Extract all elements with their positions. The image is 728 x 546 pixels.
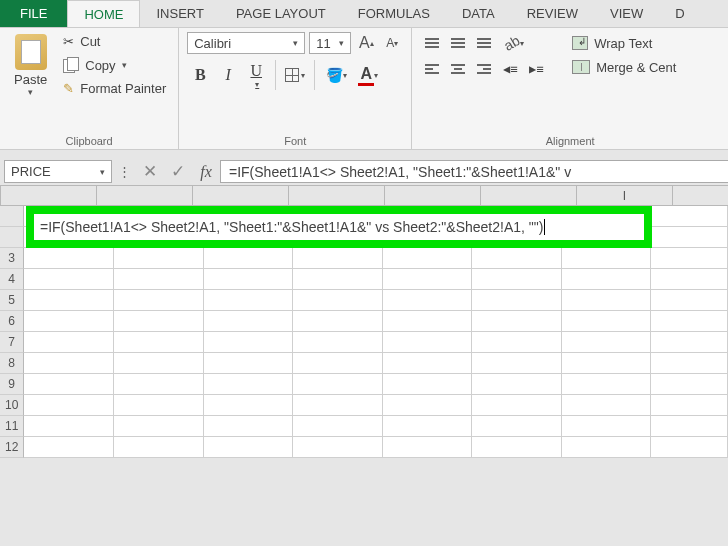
cell[interactable] [24, 353, 114, 374]
cell[interactable] [651, 290, 728, 311]
cell[interactable] [472, 290, 562, 311]
cell[interactable] [383, 332, 473, 353]
merge-center-button[interactable]: Merge & Cent [568, 56, 680, 78]
cell[interactable] [562, 269, 652, 290]
cell[interactable] [204, 395, 294, 416]
cell[interactable] [651, 353, 728, 374]
row-header[interactable]: 10 [0, 395, 24, 416]
cell[interactable] [204, 332, 294, 353]
cell[interactable] [472, 311, 562, 332]
cell[interactable] [472, 353, 562, 374]
row-header[interactable]: 9 [0, 374, 24, 395]
paste-button[interactable]: Paste ▾ [8, 32, 53, 133]
cell[interactable] [562, 332, 652, 353]
cell[interactable] [293, 353, 383, 374]
cell[interactable] [114, 437, 204, 458]
tab-insert[interactable]: INSERT [140, 0, 219, 27]
cell[interactable] [651, 416, 728, 437]
cell[interactable] [24, 311, 114, 332]
cell[interactable] [293, 311, 383, 332]
decrease-indent-button[interactable]: ◀≡ [498, 58, 522, 80]
cut-button[interactable]: ✂ Cut [59, 32, 170, 51]
format-painter-button[interactable]: ✎ Format Painter [59, 79, 170, 98]
cell[interactable] [383, 311, 473, 332]
cell[interactable] [204, 269, 294, 290]
cell[interactable] [651, 206, 728, 227]
row-header[interactable]: 8 [0, 353, 24, 374]
column-header[interactable] [1, 186, 97, 206]
row-header[interactable]: 3 [0, 248, 24, 269]
cell[interactable] [24, 395, 114, 416]
align-right-button[interactable] [472, 58, 496, 80]
cell[interactable] [24, 374, 114, 395]
shrink-font-button[interactable]: A▾ [381, 32, 403, 54]
cancel-formula-button[interactable]: ✕ [136, 158, 164, 185]
cell[interactable] [383, 374, 473, 395]
font-color-button[interactable]: A▾ [353, 58, 383, 92]
cell[interactable] [562, 248, 652, 269]
cell[interactable] [383, 416, 473, 437]
align-middle-button[interactable] [446, 32, 470, 54]
cell[interactable] [204, 437, 294, 458]
cell[interactable] [293, 395, 383, 416]
cell[interactable] [204, 248, 294, 269]
cell[interactable] [24, 437, 114, 458]
cell[interactable] [562, 311, 652, 332]
borders-button[interactable]: ▾ [282, 58, 308, 92]
fill-color-button[interactable]: 🪣▾ [321, 58, 351, 92]
cell[interactable] [651, 332, 728, 353]
cell[interactable] [562, 374, 652, 395]
row-header[interactable]: 12 [0, 437, 24, 458]
italic-button[interactable]: I [215, 58, 241, 92]
tab-formulas[interactable]: FORMULAS [342, 0, 446, 27]
align-left-button[interactable] [420, 58, 444, 80]
column-header[interactable] [385, 186, 481, 206]
row-header[interactable]: 4 [0, 269, 24, 290]
increase-indent-button[interactable]: ▶≡ [524, 58, 548, 80]
cell[interactable] [562, 353, 652, 374]
column-header[interactable] [673, 186, 728, 206]
cell[interactable] [293, 332, 383, 353]
tab-data[interactable]: DATA [446, 0, 511, 27]
row-header[interactable]: 7 [0, 332, 24, 353]
cell[interactable] [293, 437, 383, 458]
cell[interactable] [204, 290, 294, 311]
cell[interactable] [562, 395, 652, 416]
tab-file[interactable]: FILE [0, 0, 67, 27]
insert-function-button[interactable]: fx [192, 158, 220, 185]
underline-button[interactable]: U▾ [243, 58, 269, 92]
cell[interactable] [383, 437, 473, 458]
grow-font-button[interactable]: A▴ [355, 32, 377, 54]
tab-page-layout[interactable]: PAGE LAYOUT [220, 0, 342, 27]
column-header[interactable] [481, 186, 577, 206]
cell[interactable] [114, 311, 204, 332]
cell[interactable] [383, 269, 473, 290]
cell[interactable] [114, 395, 204, 416]
column-header[interactable] [289, 186, 385, 206]
cell[interactable] [651, 437, 728, 458]
tab-home[interactable]: HOME [67, 0, 140, 27]
cell[interactable] [114, 374, 204, 395]
cell[interactable] [383, 395, 473, 416]
worksheet-grid[interactable]: I 3456789101112 =IF(Sheet1!A1<> Sheet2!A… [0, 186, 728, 458]
cell[interactable] [383, 290, 473, 311]
cell[interactable] [651, 227, 728, 248]
cell[interactable] [651, 248, 728, 269]
cell[interactable] [24, 416, 114, 437]
bold-button[interactable]: B [187, 58, 213, 92]
tab-partial[interactable]: D [659, 0, 700, 27]
cell[interactable] [293, 248, 383, 269]
font-size-select[interactable]: 11 ▾ [309, 32, 351, 54]
cell[interactable] [383, 353, 473, 374]
wrap-text-button[interactable]: Wrap Text [568, 32, 680, 54]
cell[interactable] [472, 269, 562, 290]
align-top-button[interactable] [420, 32, 444, 54]
cell[interactable] [293, 269, 383, 290]
cell[interactable] [204, 311, 294, 332]
cell[interactable] [472, 437, 562, 458]
cell[interactable] [293, 374, 383, 395]
formula-input[interactable]: =IF(Sheet1!A1<> Sheet2!A1, "Sheet1:"&She… [220, 160, 728, 183]
row-header[interactable]: 5 [0, 290, 24, 311]
tab-review[interactable]: REVIEW [511, 0, 594, 27]
cell[interactable] [204, 374, 294, 395]
